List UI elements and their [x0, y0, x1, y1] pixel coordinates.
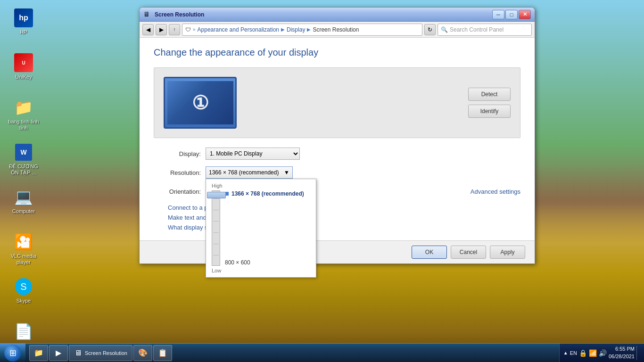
address-bar: ◀ ▶ ↑ 🛡 » Appearance and Personalization… [140, 22, 535, 38]
clock-time: 6:55 PM [609, 346, 635, 353]
clock[interactable]: 6:55 PM 06/28/2021 [609, 346, 635, 360]
resolution-value: 644 × 362 (recommended) [209, 169, 279, 176]
detect-button[interactable]: Detect [468, 88, 511, 101]
display-preview-area: ① Detect Identify [154, 67, 520, 138]
resolution-dropdown: 644 × 362 (recommended) ▼ High [206, 166, 293, 179]
resolution-slider-track[interactable] [212, 190, 220, 266]
up-button[interactable]: ↑ [169, 24, 180, 35]
taskbar-screen-label: Screen Resolution [85, 350, 127, 356]
icon-label-de-cuong: ĐỀ CƯƠNG ÔN TẬP ... [7, 164, 41, 176]
display-control: 1. Mobile PC Display [206, 148, 520, 160]
taskbar-items: 📁 ▶ 🖥 Screen Resolution 🎨 📋 [27, 345, 559, 361]
window-title: Screen Resolution [155, 11, 492, 18]
taskbar-screen-icon: 🖥 [74, 349, 83, 357]
show-hidden-button[interactable]: ▲ [563, 350, 568, 355]
desktop: hp HP U UniKey 📁 bang tinh linh tinh W Đ… [0, 0, 644, 362]
desktop-icon-computer[interactable]: 💻 Computer [5, 184, 42, 226]
taskbar-task-button[interactable]: 📋 [153, 345, 172, 361]
desktop-icon-skype[interactable]: S Skype [5, 273, 42, 316]
icon-label-bang-tinh: bang tinh linh tinh [7, 119, 41, 131]
monitor-preview: ① [164, 77, 237, 129]
icon-label-hp: HP [20, 29, 27, 35]
vpn-icon: 🔒 [579, 349, 587, 357]
taskbar-paint-button[interactable]: 🎨 [133, 345, 152, 361]
advanced-settings-link[interactable]: Advanced settings [471, 188, 520, 195]
window-content: Change the appearance of your display ① … [140, 38, 535, 240]
icon-label-computer: Computer [12, 208, 35, 214]
identify-button[interactable]: Identify [468, 105, 511, 118]
close-button[interactable]: ✕ [519, 10, 531, 19]
apply-button[interactable]: Apply [490, 246, 525, 259]
search-icon: 🔍 [441, 26, 448, 33]
breadcrumb-display[interactable]: Display [287, 26, 305, 33]
page-title: Change the appearance of your display [154, 47, 520, 58]
taskbar: ⊞ 📁 ▶ 🖥 Screen Resolution 🎨 📋 ▲ EN 🔒 [0, 343, 644, 362]
breadcrumb-icon: 🛡 [185, 26, 191, 33]
forward-button[interactable]: ▶ [156, 24, 167, 35]
minimize-button[interactable]: ─ [492, 10, 504, 19]
monitor-number: ① [192, 92, 209, 114]
display-select[interactable]: 1. Mobile PC Display [206, 148, 300, 160]
desktop-icon-unikey[interactable]: U UniKey [5, 49, 42, 92]
display-setting-row: Display: 1. Mobile PC Display [154, 148, 520, 160]
start-orb-icon: ⊞ [4, 345, 21, 362]
res-option-lower-label: 800 × 600 [225, 259, 250, 266]
start-button[interactable]: ⊞ [0, 344, 25, 362]
show-desktop-button[interactable] [636, 346, 640, 360]
taskbar-task-icon: 📋 [158, 349, 167, 357]
res-option-recommended-label: 644 × 362 (recommended) [231, 190, 304, 197]
res-option-recommended[interactable]: 644 × 362 (recommended) [225, 190, 304, 197]
breadcrumb[interactable]: 🛡 » Appearance and Personalization ▶ Dis… [182, 24, 422, 36]
ok-button[interactable]: OK [412, 246, 447, 259]
desktop-icon-bang-tinh[interactable]: 📁 bang tinh linh tinh [5, 94, 42, 137]
taskbar-files-icon: 📁 [34, 349, 43, 357]
desktop-icon-vlc[interactable]: 🎦 VLC media player [5, 229, 42, 271]
icon-label-vlc: VLC media player [7, 253, 41, 265]
taskbar-media-icon: ▶ [54, 349, 63, 357]
refresh-button[interactable]: ↻ [424, 24, 436, 35]
resolution-control: 644 × 362 (recommended) ▼ High [206, 166, 520, 179]
taskbar-media-button[interactable]: ▶ [49, 345, 68, 361]
cancel-button[interactable]: Cancel [451, 246, 486, 259]
taskbar-files-button[interactable]: 📁 [29, 345, 48, 361]
res-low-label: Low [212, 268, 310, 273]
back-button[interactable]: ◀ [142, 24, 154, 35]
control-panel-window: 🖥 Screen Resolution ─ □ ✕ ◀ ▶ ↑ 🛡 » Appe… [139, 7, 535, 264]
resolution-label: Resolution: [154, 169, 201, 176]
res-high-label: High [212, 183, 310, 189]
taskbar-paint-icon: 🎨 [139, 349, 147, 357]
resolution-setting-row: Resolution: 644 × 362 (recommended) ▼ H… [154, 166, 520, 179]
maximize-button[interactable]: □ [505, 10, 518, 19]
taskbar-screen-res-button[interactable]: 🖥 Screen Resolution [69, 345, 132, 361]
dropdown-arrow-icon: ▼ [284, 169, 289, 176]
volume-icon[interactable]: 🔊 [599, 349, 607, 357]
search-box[interactable]: 🔍 Search Control Panel [438, 24, 532, 36]
clock-date: 06/28/2021 [609, 353, 635, 360]
display-label: Display: [154, 150, 201, 157]
resolution-button[interactable]: 644 × 362 (recommended) ▼ [206, 166, 293, 179]
orientation-label: Orientation: [154, 188, 201, 195]
resolution-options: 644 × 362 (recommended) 800 × 600 [225, 190, 304, 266]
breadcrumb-appearance[interactable]: Appearance and Personalization [198, 26, 279, 33]
desktop-icon-de-cuong[interactable]: W ĐỀ CƯƠNG ÔN TẬP ... [5, 139, 42, 181]
network-icon: 📶 [589, 349, 597, 357]
icon-label-skype: Skype [17, 298, 31, 304]
preview-buttons: Detect Identify [468, 88, 511, 118]
window-titlebar: 🖥 Screen Resolution ─ □ ✕ [140, 8, 535, 22]
window-footer: OK Cancel Apply [140, 240, 535, 263]
res-option-lower[interactable]: 800 × 600 [225, 259, 304, 266]
system-tray: ▲ EN 🔒 📶 🔊 6:55 PM 06/28/2021 [559, 344, 644, 362]
desktop-icons-container: hp HP U UniKey 📁 bang tinh linh tinh W Đ… [0, 0, 47, 362]
resolution-popup: High [206, 179, 316, 278]
breadcrumb-screen-resolution: Screen Resolution [313, 26, 359, 33]
window-icon: 🖥 [143, 10, 152, 19]
desktop-icon-hp[interactable]: hp HP [5, 5, 42, 47]
window-controls: ─ □ ✕ [492, 10, 531, 19]
search-placeholder: Search Control Panel [450, 26, 504, 33]
lang-indicator[interactable]: EN [570, 350, 577, 356]
resolution-slider-thumb[interactable] [207, 192, 226, 198]
icon-label-unikey: UniKey [15, 74, 32, 80]
